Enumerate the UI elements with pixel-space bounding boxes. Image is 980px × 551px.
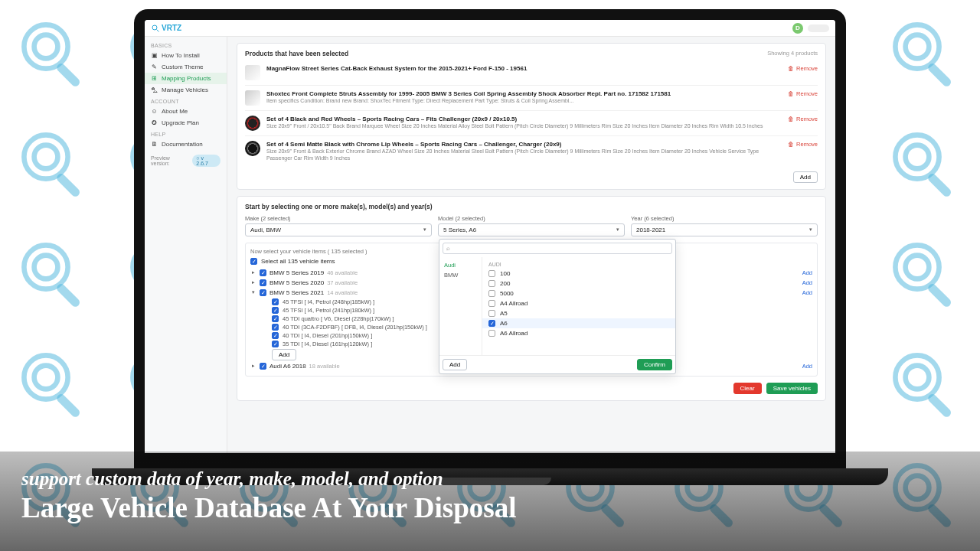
sidebar-item-install[interactable]: ▣How To Install <box>145 50 227 61</box>
product-thumb <box>245 65 260 80</box>
svg-point-51 <box>895 135 939 178</box>
option-checkbox[interactable] <box>488 330 495 337</box>
laptop-frame: VRTZ D BASICS ▣How To Install ✎Custom Th… <box>134 9 846 468</box>
leaf-checkbox[interactable] <box>272 341 279 347</box>
product-row: Set of 4 Semi Matte Black with Chrome Li… <box>245 135 818 167</box>
leaf-checkbox[interactable] <box>272 324 279 331</box>
model-option[interactable]: A4 Allroad <box>482 298 675 308</box>
model-option[interactable]: A6 Allroad <box>482 328 675 338</box>
svg-point-106 <box>905 366 929 390</box>
save-vehicles-button[interactable]: Save vehicles <box>766 383 818 394</box>
sidebar: BASICS ▣How To Install ✎Custom Theme ⊞Ma… <box>145 37 227 453</box>
node-checkbox[interactable] <box>260 269 266 276</box>
search-icon: ⌕ <box>446 245 450 252</box>
model-option[interactable]: 100 <box>482 269 675 279</box>
sidebar-item-mapping[interactable]: ⊞Mapping Products <box>145 73 227 84</box>
product-subtitle: Item specifics Condition: Brand new Bran… <box>266 98 782 105</box>
add-link[interactable]: Add <box>802 289 812 296</box>
product-title: Shoxtec Front Complete Struts Assembly f… <box>266 90 782 98</box>
products-count: Showing 4 products <box>767 50 818 57</box>
add-link[interactable]: Add <box>802 363 812 370</box>
user-menu[interactable] <box>808 24 829 32</box>
vehicle-selector-card: Start by selecting one or more make(s), … <box>237 196 826 401</box>
leaf-checkbox[interactable] <box>272 298 279 305</box>
svg-point-55 <box>34 256 58 279</box>
trash-icon: 🗑 <box>788 90 794 97</box>
preview-version: Preview version: ○ v 2.6.7 <box>145 150 227 171</box>
node-checkbox[interactable] <box>260 279 266 286</box>
add-link[interactable]: Add <box>802 279 812 286</box>
svg-point-27 <box>24 135 68 178</box>
svg-point-78 <box>895 245 939 289</box>
leaf-checkbox[interactable] <box>272 315 279 322</box>
leaf-checkbox[interactable] <box>272 307 279 314</box>
expand-icon[interactable]: ▸ <box>250 269 256 276</box>
dropdown-confirm-button[interactable]: Confirm <box>637 359 672 370</box>
trash-icon: 🗑 <box>788 65 794 72</box>
grid-icon: ⊞ <box>151 75 158 82</box>
clear-button[interactable]: Clear <box>733 383 762 394</box>
node-checkbox[interactable] <box>260 363 266 370</box>
svg-rect-53 <box>926 172 952 198</box>
model-search-input[interactable] <box>443 243 672 254</box>
product-thumb <box>245 90 260 106</box>
product-subtitle: Size 20x9" Front & Back Exterior Chrome … <box>266 148 782 162</box>
model-option[interactable]: A5 <box>482 308 675 318</box>
option-checkbox[interactable] <box>488 310 495 317</box>
dropdown-make-tab[interactable]: Audi <box>439 260 482 270</box>
marketing-caption: support custom data of year, make, model… <box>0 452 980 551</box>
node-checkbox[interactable] <box>260 289 266 296</box>
top-bar: VRTZ D <box>145 20 835 37</box>
sidebar-item-vehicles[interactable]: ⛍Manage Vehicles <box>145 84 227 96</box>
remove-product-button[interactable]: 🗑Remove <box>788 116 818 122</box>
option-checkbox[interactable] <box>488 280 495 287</box>
remove-product-button[interactable]: 🗑Remove <box>788 141 818 148</box>
product-title: Set of 4 Semi Matte Black with Chrome Li… <box>266 141 782 148</box>
make-select[interactable]: Audi, BMW▾ <box>245 223 432 236</box>
svg-rect-2 <box>55 62 81 88</box>
year-select[interactable]: 2018-2021▾ <box>631 223 818 236</box>
option-checkbox[interactable] <box>488 320 495 327</box>
expand-icon[interactable]: ▸ <box>250 363 256 369</box>
user-avatar[interactable]: D <box>792 23 803 34</box>
selected-products-card: Products that have been selected Showing… <box>237 43 826 190</box>
model-option[interactable]: 5000 <box>482 289 675 298</box>
dropdown-make-tab[interactable]: BMW <box>439 270 482 280</box>
product-row: Set of 4 Black and Red Wheels – Sports R… <box>245 110 818 135</box>
sidebar-item-upgrade[interactable]: ✪Upgrade Plan <box>145 117 227 129</box>
sidebar-item-theme[interactable]: ✎Custom Theme <box>145 61 227 73</box>
remove-product-button[interactable]: 🗑Remove <box>788 65 818 72</box>
expand-icon[interactable]: ▸ <box>250 279 256 285</box>
option-checkbox[interactable] <box>488 300 495 307</box>
expand-icon[interactable]: ▾ <box>250 289 256 295</box>
select-all-checkbox[interactable] <box>250 258 257 265</box>
product-title: Set of 4 Black and Red Wheels – Sports R… <box>266 116 782 123</box>
doc-icon: 🗎 <box>151 141 158 148</box>
sidebar-item-about[interactable]: ☺About Me <box>145 106 227 117</box>
svg-rect-29 <box>55 172 81 198</box>
add-link[interactable]: Add <box>802 269 812 276</box>
sidebar-item-docs[interactable]: 🗎Documentation <box>145 139 227 150</box>
app-logo: VRTZ <box>151 24 181 33</box>
svg-point-1 <box>34 35 58 59</box>
remove-product-button[interactable]: 🗑Remove <box>788 90 818 97</box>
svg-rect-56 <box>55 282 81 308</box>
chevron-down-icon: ▾ <box>809 227 812 233</box>
main-content: Products that have been selected Showing… <box>227 37 835 453</box>
model-select[interactable]: 5 Series, A6▾ ⌕ AudiBMW AUDI 1002005000A… <box>438 223 625 236</box>
svg-point-52 <box>905 145 929 169</box>
add-variant-button[interactable]: Add <box>272 349 296 360</box>
svg-point-105 <box>895 355 939 399</box>
option-checkbox[interactable] <box>488 270 495 277</box>
option-checkbox[interactable] <box>488 290 495 297</box>
model-option[interactable]: 200 <box>482 279 675 289</box>
trash-icon: 🗑 <box>788 116 794 122</box>
model-option[interactable]: A6 <box>482 318 675 328</box>
svg-point-82 <box>34 366 58 390</box>
leaf-checkbox[interactable] <box>272 332 279 339</box>
add-product-button[interactable]: Add <box>793 171 818 183</box>
dropdown-add-button[interactable]: Add <box>443 359 467 370</box>
product-row: MagnaFlow Street Series Cat-Back Exhaust… <box>245 60 818 85</box>
product-row: Shoxtec Front Complete Struts Assembly f… <box>245 85 818 110</box>
chevron-down-icon: ▾ <box>423 227 426 233</box>
